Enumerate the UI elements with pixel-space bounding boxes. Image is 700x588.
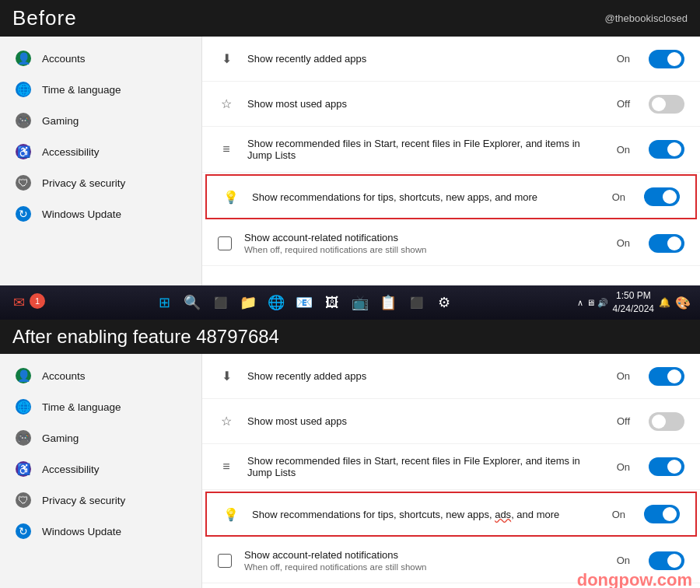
after-recently-added-text: Show recently added apps [247, 370, 604, 382]
time-icon: 🌐 [16, 82, 31, 97]
settings-taskbar-icon[interactable]: ⚙ [432, 290, 457, 315]
account-notifications-toggle[interactable] [649, 234, 684, 253]
edge-icon[interactable]: 🌐 [264, 290, 289, 315]
mail-icon[interactable]: 📧 [292, 290, 317, 315]
sidebar-item-accounts[interactable]: 👤 Accounts [0, 43, 201, 74]
most-used-toggle[interactable] [649, 95, 684, 114]
notification-bell-icon: 🔔 [659, 297, 670, 308]
after-sidebar-item-time[interactable]: 🌐 Time & language [0, 391, 201, 422]
setting-recommended-files: ≡ Show recommended files in Start, recen… [202, 127, 700, 173]
sidebar-item-gaming[interactable]: 🎮 Gaming [0, 105, 201, 136]
after-settings-panel: 👤 Accounts 🌐 Time & language 🎮 Gaming ♿ … [0, 354, 700, 588]
after-tips-shortcuts-status: On [612, 509, 625, 520]
mail-taskbar-icon[interactable]: ✉ 1 [6, 290, 31, 315]
after-account-notifications-toggle[interactable] [649, 551, 684, 570]
gaming-icon: 🎮 [16, 113, 31, 128]
taskbar-time-before: 1:50 PM 4/24/2024 [613, 289, 654, 316]
after-recommended-files-status: On [617, 461, 630, 473]
after-sidebar-item-accounts[interactable]: 👤 Accounts [0, 360, 201, 391]
recommended-files-text: Show recommended files in Start, recent … [247, 138, 604, 161]
most-used-status: Off [617, 98, 630, 110]
media-icon[interactable]: 📺 [348, 290, 373, 315]
after-sidebar-item-windows-update[interactable]: ↻ Windows Update [0, 516, 201, 547]
notification-icon [218, 236, 232, 250]
system-tray-icons: ∧ 🖥 🔊 [577, 298, 607, 308]
setting-tips-shortcuts: 💡 Show recommendations for tips, shortcu… [205, 174, 697, 219]
time-label: Time & language [42, 84, 121, 96]
sidebar-item-windows-update[interactable]: ↻ Windows Update [0, 198, 201, 229]
after-accounts-icon: 👤 [16, 368, 31, 383]
after-header: After enabling feature 48797684 [0, 320, 700, 354]
after-section: After enabling feature 48797684 👤 Accoun… [0, 320, 700, 588]
search-taskbar-icon[interactable]: 🔍 [180, 290, 205, 315]
download-icon: ⬇ [218, 51, 235, 68]
lines-icon: ≡ [218, 141, 235, 158]
taskbar-icons-group: ⊞ 🔍 ⬛ 📁 🌐 📧 🖼 📺 📋 ⬛ ⚙ [33, 290, 576, 315]
before-settings-panel: 👤 Accounts 🌐 Time & language 🎮 Gaming ♿ … [0, 37, 700, 285]
after-most-used-toggle[interactable] [649, 412, 684, 431]
after-setting-account-notifications: Show account-related notifications When … [202, 538, 700, 583]
after-sidebar-item-accessibility[interactable]: ♿ Accessibility [0, 453, 201, 485]
after-time-label: Time & language [42, 401, 121, 413]
star-icon: ☆ [218, 96, 235, 113]
after-recently-added-status: On [617, 370, 630, 382]
accessibility-icon: ♿ [16, 144, 31, 159]
notes-icon[interactable]: 📋 [376, 290, 401, 315]
before-section: Before @thebookisclosed 👤 Accounts 🌐 Tim… [0, 0, 700, 320]
after-accessibility-icon: ♿ [16, 461, 31, 477]
after-sidebar-item-privacy[interactable]: 🛡 Privacy & security [0, 485, 201, 516]
before-main-content: ⬇ Show recently added apps On ☆ Show mos… [202, 37, 700, 285]
privacy-icon: 🛡 [16, 175, 31, 191]
recently-added-text: Show recently added apps [247, 53, 604, 65]
recommended-files-toggle[interactable] [649, 140, 684, 159]
after-update-label: Windows Update [42, 526, 121, 537]
tips-shortcuts-status: On [612, 191, 625, 203]
after-star-icon: ☆ [218, 413, 235, 430]
after-privacy-label: Privacy & security [42, 495, 125, 506]
after-setting-tips-shortcuts: 💡 Show recommendations for tips, shortcu… [205, 492, 697, 537]
after-main-content: ⬇ Show recently added apps On ☆ Show mos… [202, 354, 700, 588]
update-label: Windows Update [42, 208, 121, 220]
lightbulb-icon: 💡 [222, 188, 240, 205]
tips-shortcuts-toggle[interactable] [644, 187, 680, 206]
after-recently-added-toggle[interactable] [649, 367, 684, 386]
after-lightbulb-icon: 💡 [222, 506, 240, 523]
tips-shortcuts-text: Show recommendations for tips, shortcuts… [252, 191, 600, 203]
recently-added-status: On [617, 53, 630, 65]
after-accessibility-label: Accessibility [42, 464, 100, 475]
update-icon: ↻ [16, 206, 31, 222]
after-privacy-icon: 🛡 [16, 492, 31, 508]
after-setting-most-used: ☆ Show most used apps Off [202, 399, 700, 444]
after-most-used-text: Show most used apps [247, 415, 604, 427]
setting-most-used: ☆ Show most used apps Off [202, 82, 700, 127]
setting-account-notifications: Show account-related notifications When … [202, 221, 700, 266]
after-gaming-label: Gaming [42, 432, 79, 444]
after-sidebar: 👤 Accounts 🌐 Time & language 🎮 Gaming ♿ … [0, 354, 202, 588]
task-view-icon[interactable]: ⬛ [208, 290, 233, 315]
after-account-notifications-text: Show account-related notifications When … [244, 549, 604, 572]
account-notifications-text: Show account-related notifications When … [244, 232, 604, 254]
after-update-icon: ↻ [16, 523, 31, 539]
after-tips-shortcuts-toggle[interactable] [644, 505, 680, 523]
sidebar-item-time[interactable]: 🌐 Time & language [0, 74, 201, 105]
after-accounts-label: Accounts [42, 370, 86, 382]
after-recommended-files-text: Show recommended files in Start, recent … [247, 455, 604, 478]
accounts-label: Accounts [42, 53, 86, 65]
after-download-icon: ⬇ [218, 368, 235, 385]
terminal-icon[interactable]: ⬛ [404, 290, 429, 315]
recently-added-toggle[interactable] [649, 50, 684, 68]
file-explorer-icon[interactable]: 📁 [236, 290, 261, 315]
after-sidebar-item-gaming[interactable]: 🎮 Gaming [0, 422, 201, 453]
recommended-files-status: On [617, 144, 630, 156]
sidebar-item-privacy[interactable]: 🛡 Privacy & security [0, 167, 201, 198]
ads-text: ads [495, 509, 511, 520]
before-title: Before [12, 6, 77, 30]
taskbar-right-before: ∧ 🖥 🔊 1:50 PM 4/24/2024 🔔 🎨 [577, 289, 694, 316]
sidebar-item-accessibility[interactable]: ♿ Accessibility [0, 136, 201, 167]
after-recommended-files-toggle[interactable] [649, 457, 684, 476]
most-used-text: Show most used apps [247, 98, 604, 110]
windows-start-icon[interactable]: ⊞ [152, 290, 177, 315]
after-most-used-status: Off [617, 415, 630, 427]
after-account-notifications-status: On [617, 555, 630, 566]
photos-icon[interactable]: 🖼 [320, 290, 345, 315]
